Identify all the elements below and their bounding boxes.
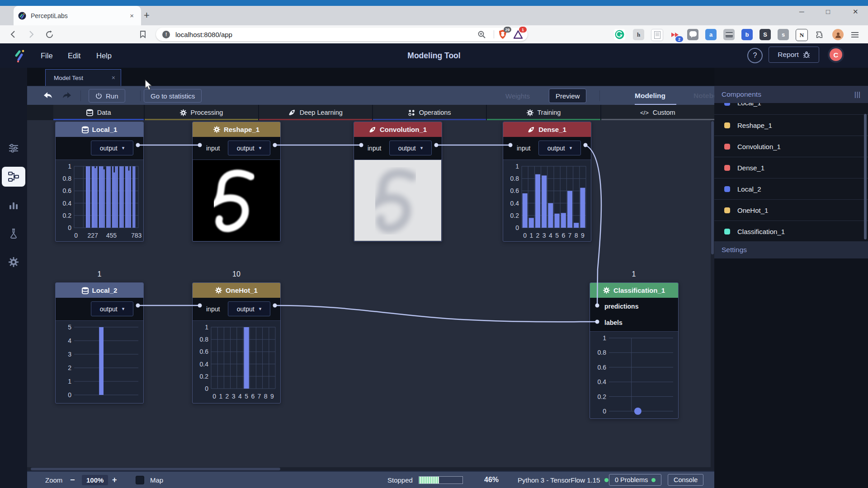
output-variable-dropdown[interactable]: output▾	[228, 301, 270, 316]
blue-extension-icon[interactable]: b	[741, 29, 753, 40]
component-list-item[interactable]: Local_2	[714, 178, 868, 200]
svg-text:0: 0	[68, 224, 71, 231]
back-button[interactable]	[7, 28, 19, 40]
output-variable-dropdown[interactable]: output▾	[228, 141, 270, 155]
url-bar[interactable]: ! localhost:8080/app 29 1	[156, 28, 528, 41]
new-tab-button[interactable]: +	[144, 9, 150, 21]
reshape-digit-image	[193, 160, 280, 241]
site-info-icon[interactable]: !	[162, 31, 170, 38]
sidebar-item-data-settings[interactable]	[0, 138, 27, 158]
svg-text:1: 1	[68, 378, 71, 385]
tab-operations[interactable]: Operations	[373, 105, 486, 120]
node-onehot-1[interactable]: OneHot_1 input output▾ 00.20.40.60.81012…	[192, 282, 281, 404]
sidebar-item-statistics[interactable]	[0, 195, 27, 215]
node-classification-1[interactable]: Classification_1 predictions labels 00.2…	[590, 282, 679, 419]
node-convolution-1[interactable]: Convolution_1 input output▾	[354, 122, 442, 242]
components-scrollbar[interactable]	[864, 114, 867, 239]
panel-toggle-icon[interactable]: |||	[854, 91, 861, 98]
convolution-feature-map-image	[354, 160, 441, 241]
report-button[interactable]: Report	[769, 47, 819, 63]
console-button[interactable]: Console	[668, 474, 703, 486]
map-checkbox[interactable]	[136, 476, 144, 484]
redo-button[interactable]	[61, 86, 72, 105]
line-chat-extension-icon[interactable]	[687, 29, 698, 40]
output-variable-dropdown[interactable]: output▾	[538, 141, 581, 155]
extensions-puzzle-icon[interactable]	[814, 29, 825, 40]
component-list-item[interactable]: Local_1	[714, 103, 868, 115]
output-variable-dropdown[interactable]: output▾	[91, 301, 133, 316]
window-maximize-button[interactable]: □	[826, 8, 830, 15]
component-list-item[interactable]: Classification_1	[714, 221, 868, 242]
node-reshape-1[interactable]: Reshape_1 input output▾	[192, 122, 281, 242]
undo-button[interactable]	[42, 86, 53, 105]
profile-avatar-icon[interactable]	[832, 29, 844, 40]
window-minimize-button[interactable]: ─	[799, 8, 804, 15]
help-button[interactable]: ?	[747, 48, 763, 63]
window-close-button[interactable]: ✕	[853, 8, 859, 16]
forward-button[interactable]	[25, 28, 37, 40]
gear-icon	[180, 109, 187, 116]
tab-processing[interactable]: Processing	[145, 105, 258, 120]
node-title: Local_2	[92, 286, 118, 294]
reload-button[interactable]	[43, 28, 55, 40]
tab-training[interactable]: Training	[487, 105, 600, 120]
notion-extension-icon[interactable]: N	[796, 29, 808, 41]
component-list-item[interactable]: Convolution_1	[714, 136, 868, 157]
component-label: Local_1	[737, 103, 761, 107]
model-tab[interactable]: Model Test ×	[45, 69, 121, 86]
output-variable-dropdown[interactable]: output▾	[91, 141, 133, 155]
component-list-item[interactable]: Dense_1	[714, 157, 868, 178]
zoom-out-button[interactable]: −	[70, 472, 75, 488]
brave-shields-icon[interactable]: 29	[497, 28, 509, 40]
bookmark-icon[interactable]	[137, 28, 149, 40]
code-icon: </>	[640, 109, 649, 116]
grammarly-extension-icon[interactable]	[614, 29, 625, 40]
canvas-horizontal-scrollbar[interactable]	[27, 467, 711, 471]
browser-menu-icon[interactable]	[849, 29, 860, 40]
preview-button[interactable]: Preview	[549, 89, 586, 103]
translate-extension-icon[interactable]: a	[705, 29, 717, 40]
tab-close-icon[interactable]: ×	[127, 12, 137, 19]
component-list-item[interactable]: OneHot_1	[714, 200, 868, 221]
tab-deep-learning[interactable]: Deep Learning	[259, 105, 372, 120]
notes-extension-icon[interactable]	[651, 29, 663, 41]
canvas-vertical-scrollbar[interactable]	[711, 120, 714, 471]
node-dense-1[interactable]: Dense_1 input output▾ 00.20.40.60.810123…	[503, 122, 591, 242]
component-list-item[interactable]: Reshape_1	[714, 115, 868, 136]
wallet-extension-icon[interactable]	[723, 29, 735, 40]
weights-button[interactable]: Weights	[505, 92, 530, 100]
brave-rewards-icon[interactable]: 1	[512, 28, 524, 40]
svg-text:0.4: 0.4	[510, 200, 519, 207]
settings-section[interactable]: Settings	[714, 241, 868, 258]
tab-modeling[interactable]: Modeling	[635, 92, 665, 100]
go-to-statistics-button[interactable]: Go to statistics	[144, 89, 202, 103]
component-color-swatch	[724, 207, 730, 213]
browser-tab[interactable]: PerceptiLabs ×	[14, 6, 141, 25]
user-avatar[interactable]: C	[828, 47, 844, 63]
url-text[interactable]: localhost:8080/app	[175, 31, 476, 38]
dark-s-extension-icon[interactable]: S	[760, 29, 771, 40]
red-extension-icon[interactable]: 2	[669, 29, 680, 40]
processing-gear-icon	[213, 126, 220, 133]
tab-data[interactable]: Data	[53, 105, 144, 120]
sidebar-item-settings[interactable]	[0, 252, 27, 272]
output-variable-dropdown[interactable]: output▾	[389, 141, 432, 155]
run-button[interactable]: Run	[89, 89, 125, 103]
sidebar-item-modeling-active[interactable]	[2, 167, 25, 187]
input-port-label: input	[206, 298, 220, 320]
tab-custom[interactable]: </> Custom	[601, 105, 714, 120]
sidebar-item-test[interactable]	[0, 224, 27, 244]
svg-text:1: 1	[603, 334, 606, 342]
gray-s-extension-icon[interactable]: s	[778, 29, 789, 40]
problems-button[interactable]: 0 Problems	[609, 474, 661, 486]
training-progress-bar	[419, 476, 463, 484]
browser-toolbar: ! localhost:8080/app 29 1 h 2	[0, 25, 868, 43]
modeling-canvas[interactable]: Local_1 output▾ 00.20.40.60.810227455783…	[27, 120, 714, 471]
honey-extension-icon[interactable]: h	[633, 29, 644, 40]
zoom-page-icon[interactable]	[476, 28, 487, 40]
node-local-2[interactable]: Local_2 output▾ 012345	[55, 282, 144, 404]
node-local-1[interactable]: Local_1 output▾ 00.20.40.60.810227455783	[55, 122, 144, 242]
model-tab-close-icon[interactable]: ×	[112, 74, 115, 81]
components-panel-header[interactable]: Components |||	[714, 86, 868, 103]
zoom-in-button[interactable]: +	[112, 472, 117, 488]
